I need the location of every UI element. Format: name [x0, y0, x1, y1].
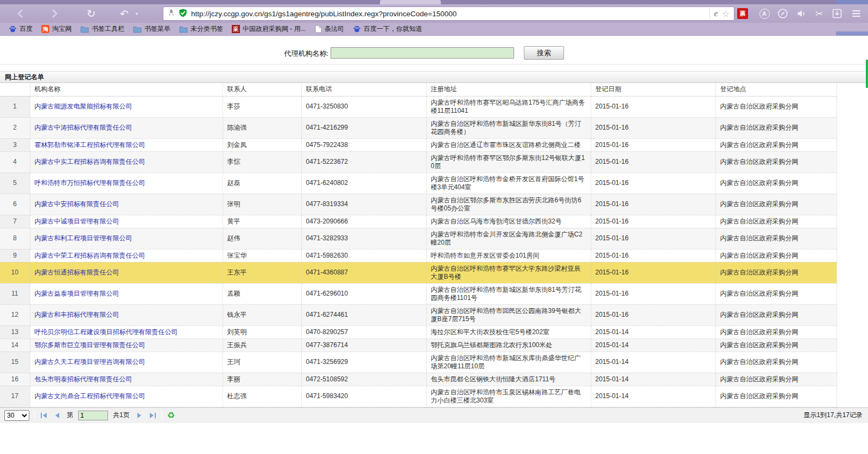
security-shield-icon[interactable]: [179, 8, 187, 20]
cell-num: 5: [0, 172, 30, 194]
cell-contact: 钱永平: [223, 304, 301, 325]
first-page-icon[interactable]: [40, 412, 48, 419]
reader-mode-icon[interactable]: A: [759, 8, 770, 19]
cell-phone: 0475-7922438: [301, 138, 426, 151]
scissors-icon[interactable]: ✂: [814, 8, 825, 19]
download-icon[interactable]: [832, 8, 842, 19]
agency-link[interactable]: 鄂尔多斯市巨立项目管理有限责任公司: [35, 341, 145, 349]
page-number-input[interactable]: [78, 411, 108, 420]
cell-name: 内蒙古文尚鼎合工程招标代理有限公司: [30, 386, 223, 407]
cell-phone: 0471-4360887: [301, 262, 426, 283]
last-page-icon[interactable]: [148, 412, 157, 419]
agency-link[interactable]: 内蒙古能源发电聚能招标有限公司: [35, 103, 132, 110]
bookmark-item[interactable]: 未分类书签: [175, 23, 227, 35]
cell-contact: 刘金凤: [223, 138, 301, 151]
menu-icon[interactable]: [851, 8, 861, 19]
forward-icon[interactable]: [43, 4, 65, 23]
agency-link[interactable]: 内蒙古中诚项目管理有限公司: [35, 218, 119, 225]
search-button[interactable]: 搜索: [524, 46, 564, 60]
bookmark-item[interactable]: 书签菜单: [129, 23, 175, 35]
cell-site: 内蒙古自治区政府采购分网: [715, 228, 837, 249]
cell-addr: 内蒙古自治区呼和浩特市回民区公园南路39号银都大厦B座7层715号: [426, 304, 591, 325]
cell-phone: 0473-2090666: [301, 215, 426, 228]
ccgp-icon: 采: [232, 25, 240, 33]
ie-compat-icon[interactable]: e: [714, 8, 718, 19]
cell-contact: 陈渝强: [223, 117, 301, 138]
cell-name: 内蒙古久天工程项目管理咨询有限公司: [30, 351, 223, 373]
pagination-bar: 30 第 共1页 ♻ 显示1到17,共17记录: [0, 407, 868, 423]
bookmark-item[interactable]: 百度一下，你就知道: [349, 23, 427, 35]
table-row: 14鄂尔多斯市巨立项目管理有限责任公司王振兵0477-3876714鄂托克旗乌兰…: [0, 338, 837, 351]
agency-link[interactable]: 内蒙古中涛招标代理有限责任公司: [35, 124, 132, 131]
agency-link[interactable]: 内蒙古和利工程项目管理有限公司: [35, 234, 132, 242]
cell-site: 内蒙古自治区政府采购分网: [715, 151, 837, 172]
agency-link[interactable]: 内蒙古久天工程项目管理咨询有限公司: [35, 358, 145, 366]
cell-contact: 王东平: [223, 262, 301, 283]
agency-link[interactable]: 内蒙古益泰项目管理有限公司: [35, 290, 119, 297]
agency-link[interactable]: 包头市明泰招标代理有限责任公司: [35, 375, 132, 383]
agency-name-input[interactable]: [331, 47, 514, 59]
compass-icon[interactable]: [777, 8, 788, 19]
agency-link[interactable]: 内蒙古中实工程招标咨询有限责任公司: [35, 158, 145, 165]
speaker-icon[interactable]: [796, 8, 807, 19]
cell-contact: 黄平: [223, 215, 301, 228]
bookmark-item[interactable]: 百度: [4, 23, 37, 35]
next-page-icon[interactable]: [135, 412, 143, 419]
agency-link[interactable]: 内蒙古恒通招标有限责任公司: [35, 268, 119, 276]
cell-date: 2015-01-14: [591, 338, 715, 351]
agency-link[interactable]: 内蒙古中安招标有限责任公司: [35, 200, 119, 208]
col-reg-site: 登记地点: [715, 83, 837, 96]
cell-phone: 0471-6274461: [301, 304, 426, 325]
undo-dropdown-caret-icon[interactable]: ▾: [134, 4, 140, 23]
cell-num: 6: [0, 194, 30, 215]
table-row: 2内蒙古中涛招标代理有限责任公司陈渝强0471-4216299内蒙古自治区呼和浩…: [0, 117, 837, 138]
bookmark-item[interactable]: 书签工具栏: [76, 23, 129, 35]
cell-name: 包头市明泰招标代理有限责任公司: [30, 373, 223, 386]
agency-link[interactable]: 内蒙古和丰招标代理有限公司: [35, 311, 119, 318]
bookmark-item[interactable]: 采中国政府采购网 - 用...: [227, 23, 311, 35]
cell-phone: 0471-5983420: [301, 386, 426, 407]
cell-num: 16: [0, 373, 30, 386]
pager-separator: [34, 411, 35, 420]
active-tab[interactable]: [380, 0, 441, 4]
col-contact: 联系人: [223, 83, 301, 96]
cell-num: 7: [0, 215, 30, 228]
address-bar[interactable]: http://jczy.ccgp.gov.cn/gs1/gs1agentreg/…: [163, 7, 734, 21]
bookmark-item[interactable]: 条法司: [311, 23, 349, 35]
cell-site: 内蒙古自治区政府采购分网: [715, 386, 837, 407]
urlbar-divider: [709, 9, 710, 18]
circled-a-glyph: A: [759, 9, 770, 19]
page-size-select[interactable]: 30: [4, 410, 29, 421]
cell-num: 10: [0, 262, 30, 283]
prev-page-icon[interactable]: [53, 412, 62, 419]
agency-link[interactable]: 内蒙古文尚鼎合工程招标代理有限公司: [35, 392, 145, 400]
cell-addr: 内蒙古呼和浩特市赛罕区鄂尔多斯东街12号银联大厦10层: [426, 151, 591, 172]
bookmark-star-icon[interactable]: ☆: [722, 9, 730, 19]
site-icon: [168, 9, 175, 18]
agency-link[interactable]: 呼和浩特市万恒招标代理有限责任公司: [35, 179, 145, 187]
undo-icon[interactable]: ↶: [116, 4, 132, 23]
refresh-icon[interactable]: ↻: [81, 4, 101, 23]
agency-link[interactable]: 霍林郭勒市铭泽工程招标代理有限公司: [35, 141, 145, 149]
bookmark-item[interactable]: 淘淘宝网: [37, 23, 76, 35]
cell-contact: 王珂: [223, 351, 301, 373]
cell-name: 内蒙古中实工程招标咨询有限责任公司: [30, 151, 223, 172]
bookmark-label: 书签工具栏: [92, 24, 124, 34]
col-reg-date: 登记日期: [591, 83, 715, 96]
ticket-badge-icon[interactable]: 票: [737, 8, 748, 19]
bookmark-label: 书签菜单: [144, 24, 170, 34]
cell-addr: 内蒙古自治区呼和浩特市新城区新华东街81号（芳汀花园商务楼）: [426, 117, 591, 138]
agency-link[interactable]: 呼伦贝尔明信工程建设项目招标代理有限责任公司: [35, 328, 178, 336]
page-scrollbar[interactable]: [866, 60, 868, 88]
cell-contact: 李莎: [223, 96, 301, 117]
reload-icon[interactable]: ♻: [167, 411, 175, 420]
cell-name: 内蒙古中涛招标代理有限责任公司: [30, 117, 223, 138]
page-icon: [315, 25, 322, 33]
cell-date: 2015-01-16: [591, 117, 715, 138]
back-icon[interactable]: [10, 4, 31, 23]
search-panel: 代理机构名称: 搜索: [0, 36, 868, 65]
cell-contact: 杜志强: [223, 386, 301, 407]
cell-name: 呼和浩特市万恒招标代理有限责任公司: [30, 172, 223, 194]
cell-date: 2015-01-16: [591, 194, 715, 215]
agency-link[interactable]: 内蒙古中荣工程招标咨询有限责任公司: [35, 252, 145, 259]
